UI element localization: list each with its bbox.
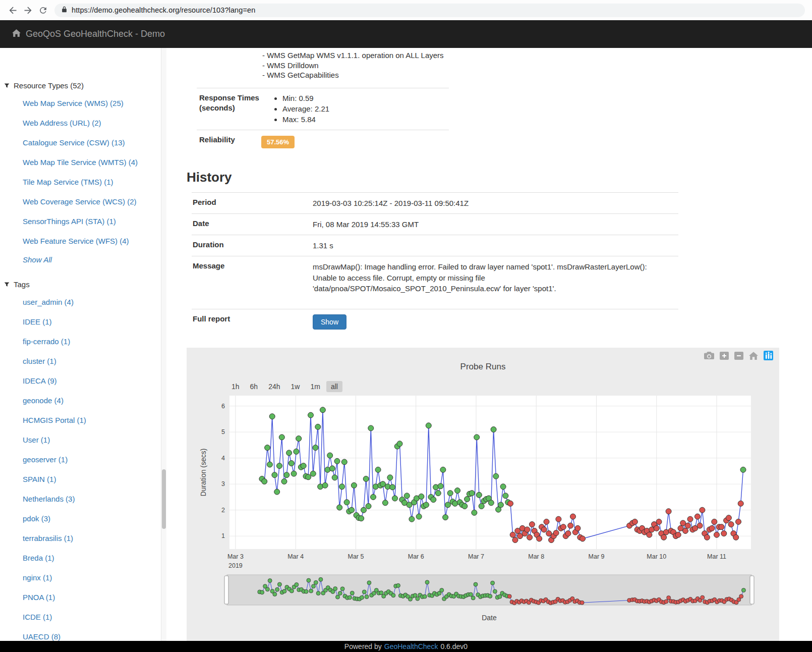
- full-report-label: Full report: [192, 314, 313, 330]
- svg-text:Mar 3: Mar 3: [227, 553, 244, 560]
- resource-type-item[interactable]: Tile Map Service (TMS) (1): [23, 177, 157, 187]
- svg-text:2: 2: [221, 507, 225, 514]
- probe-list-item: - WMS Drilldown: [262, 61, 812, 71]
- full-report-row: Full report Show: [192, 309, 678, 335]
- x-axis-title: Date: [482, 614, 497, 622]
- footer-geohealthcheck-link[interactable]: GeoHealthCheck: [384, 642, 438, 650]
- history-table: Period 2019-03-03 10:25:14Z - 2019-03-11…: [192, 192, 678, 309]
- address-bar[interactable]: https://demo.geohealthcheck.org/resource…: [54, 4, 805, 17]
- response-time-item: Average: 2.21: [282, 103, 329, 114]
- history-row: Date Fri, 08 Mar 2019 14:55:33 GMT: [192, 213, 678, 235]
- tag-item[interactable]: geoserver (1): [23, 454, 157, 465]
- filter-icon: [4, 280, 10, 289]
- svg-text:Mar 5: Mar 5: [347, 553, 364, 560]
- history-row: Period 2019-03-03 10:25:14Z - 2019-03-11…: [192, 192, 678, 213]
- response-times-label: Response Times (seconds): [197, 93, 261, 125]
- plot-area: [229, 396, 751, 549]
- home-icon[interactable]: [12, 29, 21, 39]
- probe-list: - WMS GetMap WMS v1.1.1. operation on AL…: [262, 50, 812, 80]
- chart-plot[interactable]: 123456Mar 3Mar 4Mar 5Mar 6Mar 7Mar 8Mar …: [187, 348, 779, 645]
- response-times-values: Min: 0.59Average: 2.21Max: 5.84: [282, 93, 329, 125]
- history-row: Message msDrawMap(): Image handling erro…: [192, 256, 678, 309]
- sidebar-scrollbar-track[interactable]: [161, 48, 166, 641]
- browser-forward-icon[interactable]: [20, 3, 35, 18]
- tag-item[interactable]: SPAIN (1): [23, 474, 157, 484]
- resource-type-item[interactable]: Web Map Service (WMS) (25): [23, 98, 157, 108]
- y-axis-title: Duration (secs): [199, 449, 207, 497]
- history-section: History Period 2019-03-03 10:25:14Z - 20…: [187, 170, 812, 335]
- tag-item[interactable]: HCMGIS Portal (1): [23, 415, 157, 425]
- sidebar: Resource Types (52) Web Map Service (WMS…: [0, 48, 166, 641]
- probe-list-item: - WMS GetMap WMS v1.1.1. operation on AL…: [262, 50, 812, 61]
- rangeslider-handle-right[interactable]: [750, 576, 754, 604]
- tag-item[interactable]: geonode (4): [23, 395, 157, 406]
- probe-list-item: - WMS GetCapabilities: [262, 70, 812, 80]
- tag-item[interactable]: PNOA (1): [23, 592, 157, 603]
- tag-item[interactable]: fip-cerrado (1): [23, 336, 157, 347]
- main-content: - WMS GetMap WMS v1.1.1. operation on AL…: [166, 48, 812, 641]
- tag-item[interactable]: IDECA (9): [23, 375, 157, 386]
- history-row-label: Date: [192, 219, 313, 230]
- reliability-label: Reliability: [197, 135, 261, 148]
- svg-text:6: 6: [221, 403, 225, 410]
- screen: https://demo.geohealthcheck.org/resource…: [0, 0, 812, 652]
- tag-item[interactable]: User (1): [23, 434, 157, 445]
- tag-item[interactable]: user_admin (4): [23, 297, 157, 307]
- tags-heading: Tags: [4, 280, 157, 289]
- svg-text:1: 1: [221, 533, 225, 540]
- svg-text:Mar 9: Mar 9: [589, 553, 605, 560]
- reliability-row: Reliability 57.56%: [197, 130, 449, 153]
- summary-table: Response Times (seconds) Min: 0.59Averag…: [197, 88, 449, 153]
- tag-item[interactable]: terrabrasilis (1): [23, 533, 157, 544]
- tag-item[interactable]: nginx (1): [23, 572, 157, 583]
- history-row-value: Fri, 08 Mar 2019 14:55:33 GMT: [313, 219, 671, 230]
- history-row-label: Period: [192, 198, 313, 208]
- history-row-value: msDrawMap(): Image handling error. Faile…: [313, 261, 671, 294]
- svg-text:2019: 2019: [228, 562, 243, 569]
- resource-type-item[interactable]: Web Map Tile Service (WMTS) (4): [23, 157, 157, 168]
- tag-item[interactable]: pdok (3): [23, 513, 157, 524]
- svg-text:Mar 7: Mar 7: [468, 553, 484, 560]
- reliability-badge: 57.56%: [261, 136, 295, 148]
- svg-text:Mar 10: Mar 10: [647, 553, 666, 560]
- lock-icon: [62, 6, 67, 15]
- url-text: https://demo.geohealthcheck.org/resource…: [72, 6, 255, 14]
- footer-powered-by: Powered by: [344, 642, 382, 650]
- svg-text:5: 5: [221, 428, 225, 436]
- resource-types-heading: Resource Types (52): [4, 81, 157, 90]
- resource-type-item[interactable]: Web Feature Service (WFS) (4): [23, 236, 157, 246]
- resource-types-list: Web Map Service (WMS) (25)Web Address (U…: [23, 98, 157, 246]
- resource-type-item[interactable]: Web Address (URL) (2): [23, 118, 157, 128]
- svg-text:Mar 11: Mar 11: [707, 553, 726, 560]
- tag-item[interactable]: Netherlands (3): [23, 494, 157, 504]
- show-all-link[interactable]: Show All: [23, 255, 52, 264]
- browser-back-icon[interactable]: [5, 3, 20, 18]
- history-row-label: Message: [192, 261, 313, 294]
- svg-text:Mar 8: Mar 8: [528, 553, 544, 560]
- tag-item[interactable]: ICDE (1): [23, 612, 157, 622]
- svg-text:4: 4: [221, 455, 225, 462]
- resource-type-item[interactable]: Web Coverage Service (WCS) (2): [23, 196, 157, 207]
- app-navbar: GeoQoS GeoHealthCheck - Demo: [0, 20, 812, 48]
- resource-type-item[interactable]: Catalogue Service (CSW) (13): [23, 137, 157, 148]
- response-time-item: Max: 5.84: [282, 114, 329, 125]
- brand-title[interactable]: GeoQoS GeoHealthCheck - Demo: [26, 29, 165, 39]
- sidebar-scrollbar-thumb[interactable]: [162, 469, 166, 529]
- show-report-button[interactable]: Show: [313, 314, 346, 330]
- browser-chrome: https://demo.geohealthcheck.org/resource…: [0, 0, 812, 20]
- rangeslider-handle-left[interactable]: [224, 576, 228, 604]
- tag-item[interactable]: UAECD (8): [23, 631, 157, 642]
- history-row-label: Duration: [192, 240, 313, 251]
- filter-icon: [4, 81, 10, 90]
- history-row: Duration 1.31 s: [192, 235, 678, 256]
- tags-list: user_admin (4)IDEE (1)fip-cerrado (1)clu…: [23, 297, 157, 642]
- response-time-item: Min: 0.59: [282, 93, 329, 103]
- history-row-value: 2019-03-03 10:25:14Z - 2019-03-11 09:50:…: [313, 198, 671, 208]
- browser-reload-icon[interactable]: [35, 3, 50, 18]
- response-times-row: Response Times (seconds) Min: 0.59Averag…: [197, 88, 449, 130]
- svg-text:Mar 6: Mar 6: [408, 553, 424, 560]
- tag-item[interactable]: cluster (1): [23, 356, 157, 366]
- resource-type-item[interactable]: SensorThings API (STA) (1): [23, 216, 157, 227]
- tag-item[interactable]: IDEE (1): [23, 316, 157, 327]
- tag-item[interactable]: Breda (1): [23, 553, 157, 563]
